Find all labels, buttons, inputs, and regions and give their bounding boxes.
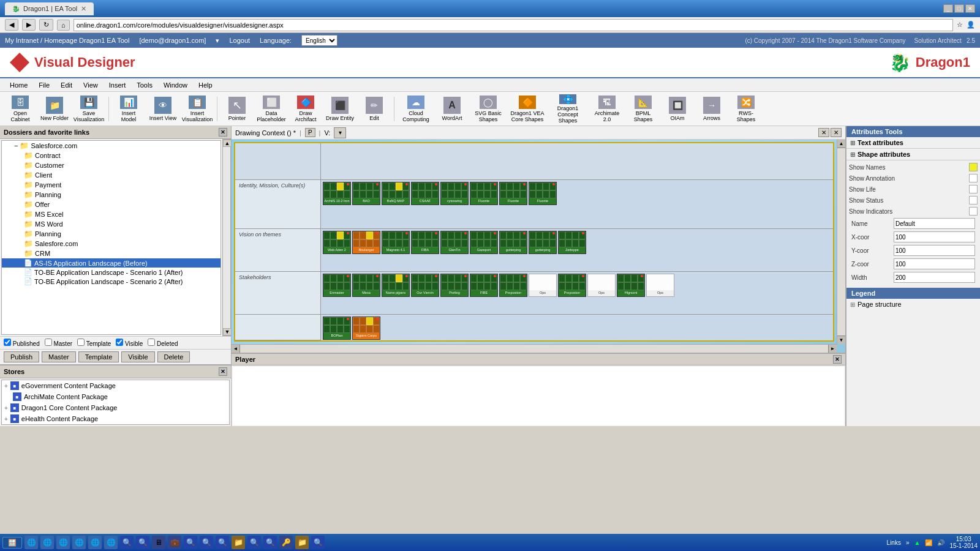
show-names-checkbox[interactable] bbox=[969, 163, 978, 171]
app-block-v7[interactable]: gutterping bbox=[499, 231, 527, 254]
drawing-scrollbar-h[interactable]: ◄ ► bbox=[232, 344, 837, 353]
dossier-tobe-s1[interactable]: 📄 TO-BE Application Landscape - Scenario… bbox=[2, 268, 221, 277]
app-block-7[interactable]: Fluorite bbox=[499, 182, 527, 205]
visible-button[interactable]: Visible bbox=[121, 351, 154, 362]
arrows-btn[interactable]: → Arrows bbox=[695, 94, 728, 124]
menu-help[interactable]: Help bbox=[194, 80, 217, 90]
scroll-down-btn[interactable]: ▼ bbox=[837, 335, 845, 344]
shape-attributes-title[interactable]: ⊞ Shape attributes bbox=[850, 151, 976, 158]
app-block-s8[interactable]: Ops bbox=[529, 274, 557, 297]
taskbar-chrome-5[interactable]: 🌐 bbox=[88, 536, 102, 549]
app-block-8[interactable]: Fluorite bbox=[529, 182, 557, 205]
minimize-btn[interactable]: _ bbox=[943, 4, 953, 13]
player-close-btn[interactable]: ✕ bbox=[833, 355, 842, 364]
app-block-s5[interactable]: Portleg bbox=[440, 274, 469, 297]
oiam-btn[interactable]: 🔲 OIAm bbox=[661, 94, 694, 124]
taskbar-search-8[interactable]: 🔍 bbox=[311, 536, 325, 549]
published-checkbox[interactable] bbox=[4, 339, 11, 346]
wordart-btn[interactable]: A WordArt bbox=[435, 94, 469, 124]
scroll-right-btn[interactable]: ► bbox=[828, 345, 837, 353]
app-block-b2[interactable]: Sigtern Corpo bbox=[352, 317, 380, 340]
menu-file[interactable]: File bbox=[34, 80, 55, 90]
menu-tools[interactable]: Tools bbox=[132, 80, 157, 90]
app-block-b1[interactable]: BOPlan bbox=[323, 317, 351, 340]
taskbar-chrome-1[interactable]: 🌐 bbox=[24, 536, 38, 549]
insert-view-btn[interactable]: 👁 Insert View bbox=[146, 94, 179, 124]
deleted-checkbox[interactable] bbox=[148, 339, 155, 346]
app-block-v2[interactable]: Boulanger bbox=[352, 231, 380, 254]
logout-link[interactable]: Logout bbox=[229, 37, 250, 44]
taskbar-chrome-2[interactable]: 🌐 bbox=[40, 536, 54, 549]
pointer-btn[interactable]: ↖ Pointer bbox=[221, 94, 254, 124]
open-cabinet-btn[interactable]: 🗄 Open Cabinet bbox=[4, 94, 37, 124]
dossier-customer[interactable]: 📁 Customer bbox=[2, 160, 221, 170]
taskbar-folder-icon[interactable]: 📁 bbox=[232, 536, 245, 549]
menu-insert[interactable]: Insert bbox=[104, 80, 131, 90]
app-block-1[interactable]: ArchiIS 10.2 Iron bbox=[323, 182, 351, 205]
app-block-s3[interactable]: Name pijpers bbox=[382, 274, 410, 297]
xcoor-input[interactable] bbox=[894, 231, 975, 242]
ctx-dropdown[interactable]: ▾ bbox=[334, 127, 346, 138]
dossiers-close-btn[interactable]: ✕ bbox=[219, 128, 227, 137]
width-input[interactable] bbox=[894, 272, 975, 283]
show-life-checkbox[interactable] bbox=[969, 185, 978, 193]
language-select[interactable]: English bbox=[301, 35, 337, 46]
cloud-computing-btn[interactable]: ☁ Cloud Computing bbox=[398, 94, 434, 124]
address-input[interactable] bbox=[74, 19, 953, 31]
insert-visualization-btn[interactable]: 📋 Insert Visualization bbox=[181, 94, 214, 124]
template-button[interactable]: Template bbox=[78, 351, 119, 362]
insert-model-btn[interactable]: 📊 Insert Model bbox=[112, 94, 145, 124]
reload-button[interactable]: ↻ bbox=[39, 19, 53, 31]
app-block-s7[interactable]: Propostion bbox=[499, 274, 527, 297]
menu-view[interactable]: View bbox=[78, 80, 103, 90]
store-egovernment[interactable]: + ■ eGovernment Content Package bbox=[2, 380, 229, 391]
visible-checkbox[interactable] bbox=[116, 339, 123, 346]
stores-close-btn[interactable]: ✕ bbox=[219, 367, 227, 376]
ctx-close2[interactable]: ✕ bbox=[831, 128, 842, 137]
scroll-left-btn[interactable]: ◄ bbox=[232, 345, 240, 353]
taskbar-search-5[interactable]: 🔍 bbox=[216, 536, 229, 549]
taskbar-search-3[interactable]: 🔍 bbox=[184, 536, 197, 549]
taskbar-chrome-4[interactable]: 🌐 bbox=[72, 536, 86, 549]
menu-window[interactable]: Window bbox=[159, 80, 192, 90]
app-block-v5[interactable]: GlenTin bbox=[440, 231, 469, 254]
svg-basic-btn[interactable]: ◯ SVG Basic Shapes bbox=[470, 94, 507, 124]
dossier-tobe-s2[interactable]: 📄 TO-BE Application Landscape - Scenario… bbox=[2, 277, 221, 286]
show-status-checkbox[interactable] bbox=[969, 196, 978, 204]
master-checkbox[interactable] bbox=[45, 339, 52, 346]
app-block-s10[interactable]: Ops bbox=[587, 274, 616, 297]
dossier-ms-excel[interactable]: 📁 MS Excel bbox=[2, 209, 221, 219]
close-btn[interactable]: ✕ bbox=[965, 4, 975, 13]
app-block-6[interactable]: Fluorite bbox=[470, 182, 498, 205]
store-archimate[interactable]: ■ ArchiMate Content Package bbox=[2, 391, 229, 402]
maximize-btn[interactable]: □ bbox=[954, 4, 964, 13]
taskbar-chrome-6[interactable]: 🌐 bbox=[104, 536, 118, 549]
app-block-v8[interactable]: gutterping bbox=[529, 231, 557, 254]
menu-edit[interactable]: Edit bbox=[56, 80, 77, 90]
ctx-close1[interactable]: ✕ bbox=[818, 128, 829, 137]
dossier-scroll-up[interactable]: ▲ bbox=[223, 140, 231, 147]
taskbar-briefcase-icon[interactable]: 💼 bbox=[168, 536, 181, 549]
taskbar-search-6[interactable]: 🔍 bbox=[247, 536, 261, 549]
taskbar-search-1[interactable]: 🔍 bbox=[120, 536, 134, 549]
bpml-btn[interactable]: 📐 BPML Shapes bbox=[627, 94, 660, 124]
taskbar-key-icon[interactable]: 🔑 bbox=[279, 536, 293, 549]
taskbar-screen-icon[interactable]: 🖥 bbox=[152, 536, 165, 549]
concept-shapes-btn[interactable]: 💠 Dragon1 Concept Shapes bbox=[548, 94, 587, 124]
app-block-5[interactable]: cytoswing bbox=[440, 182, 469, 205]
start-button[interactable]: 🪟 bbox=[2, 537, 22, 549]
store-ehealth[interactable]: + ■ eHealth Content Package bbox=[2, 413, 229, 424]
dossier-asis-landscape[interactable]: 📄 AS-IS Application Landscape (Before) bbox=[2, 258, 221, 268]
menu-home[interactable]: Home bbox=[5, 80, 32, 90]
app-block-3[interactable]: BaNQ MAP bbox=[382, 182, 410, 205]
dossier-salesfore[interactable]: 📁 Salesfore.com bbox=[2, 239, 221, 249]
draw-entity-btn[interactable]: ⬛ Draw Entity bbox=[323, 94, 356, 124]
text-attributes-title[interactable]: ⊞ Text attributes bbox=[850, 139, 976, 146]
show-annotation-checkbox[interactable] bbox=[969, 174, 978, 182]
app-block-s12[interactable]: Ops bbox=[646, 274, 674, 297]
new-folder-btn[interactable]: 📁 New Folder bbox=[38, 94, 71, 124]
back-button[interactable]: ◀ bbox=[5, 19, 18, 31]
store-dragon1-core[interactable]: + ■ Dragon1 Core Content Package bbox=[2, 402, 229, 413]
scroll-up-btn[interactable]: ▲ bbox=[837, 140, 845, 148]
taskbar-folder-2-icon[interactable]: 📁 bbox=[295, 536, 309, 549]
